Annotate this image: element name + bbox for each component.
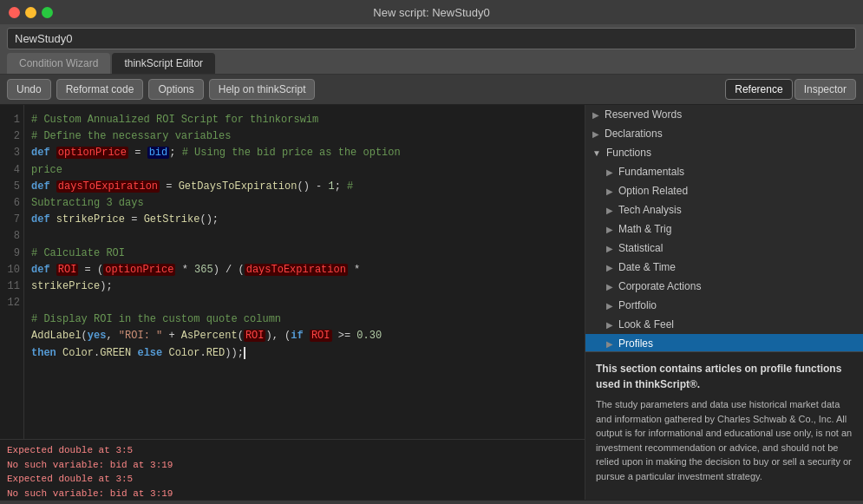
- toolbar: Undo Reformat code Options Help on think…: [0, 75, 863, 105]
- tree-item-label: Option Related: [618, 185, 688, 197]
- tree-item-label: Tech Analysis: [618, 204, 682, 216]
- editor-area: 1 2 3 4 5 6 7 8 9 10 11 12 # Custom Annu…: [0, 105, 585, 500]
- title-bar: New script: NewStudy0: [0, 0, 863, 24]
- tab-condition-wizard[interactable]: Condition Wizard: [7, 53, 110, 74]
- tree-item-date-time[interactable]: ▶ Date & Time: [585, 258, 863, 277]
- arrow-icon: ▶: [592, 110, 599, 120]
- info-body: The study parameters and data use histor…: [596, 397, 853, 483]
- line-num: 5: [7, 179, 20, 195]
- more-details-link[interactable]: More Details...: [596, 500, 657, 501]
- info-panel: This section contains articles on profil…: [585, 352, 863, 500]
- window-title: New script: NewStudy0: [373, 6, 489, 19]
- arrow-icon: ▼: [592, 148, 601, 158]
- tree-item-corporate-actions[interactable]: ▶ Corporate Actions: [585, 277, 863, 296]
- arrow-icon: ▶: [606, 167, 613, 177]
- arrow-icon: ▶: [606, 244, 613, 253]
- line-num: 3: [7, 145, 20, 161]
- log-panel: Expected double at 3:5 No such variable:…: [0, 439, 585, 500]
- main-content: 1 2 3 4 5 6 7 8 9 10 11 12 # Custom Annu…: [0, 105, 863, 500]
- inspector-tab[interactable]: Inspector: [794, 79, 856, 100]
- arrow-icon: ▶: [606, 263, 613, 272]
- code-editor[interactable]: # Custom Annualized ROI Script for think…: [24, 105, 585, 439]
- arrow-icon: ▶: [606, 339, 613, 349]
- code-container: 1 2 3 4 5 6 7 8 9 10 11 12 # Custom Annu…: [0, 105, 585, 439]
- tree-item-tech-analysis[interactable]: ▶ Tech Analysis: [585, 200, 863, 219]
- tree-item-option-related[interactable]: ▶ Option Related: [585, 181, 863, 200]
- reformat-button[interactable]: Reformat code: [56, 79, 144, 100]
- window-controls: [9, 7, 53, 18]
- script-name-bar: [0, 24, 863, 53]
- tree-item-label: Functions: [606, 147, 651, 159]
- tree-item-math-trig[interactable]: ▶ Math & Trig: [585, 219, 863, 239]
- arrow-icon: ▶: [606, 301, 613, 311]
- script-name-input[interactable]: [7, 28, 856, 49]
- arrow-icon: ▶: [606, 187, 613, 196]
- tree-item-fundamentals[interactable]: ▶ Fundamentals: [585, 162, 863, 181]
- tab-thinkscript-editor[interactable]: thinkScript Editor: [112, 53, 215, 74]
- line-num: 11: [7, 278, 20, 295]
- tree-item-label: Declarations: [605, 128, 663, 140]
- tree-item-label: Math & Trig: [618, 223, 671, 235]
- bottom-bar: Cancel OK: [0, 500, 863, 504]
- line-num: 1: [7, 112, 20, 128]
- tree-item-functions[interactable]: ▼ Functions: [585, 143, 863, 162]
- tree-item-label: Reserved Words: [605, 108, 682, 121]
- tabs-bar: Condition Wizard thinkScript Editor: [0, 53, 863, 75]
- tree-item-label: Profiles: [618, 337, 653, 350]
- line-num: 10: [7, 262, 20, 278]
- tree-item-portfolio[interactable]: ▶ Portfolio: [585, 296, 863, 315]
- ref-inspector-tabs: Reference Inspector: [725, 79, 856, 100]
- reference-tab[interactable]: Reference: [725, 79, 792, 100]
- tree-item-label: Fundamentals: [618, 166, 684, 178]
- line-num: 9: [7, 245, 20, 262]
- tree-item-label: Corporate Actions: [618, 280, 701, 292]
- tree-item-statistical[interactable]: ▶ Statistical: [585, 239, 863, 258]
- tree-item-profiles[interactable]: ▶ Profiles: [585, 334, 863, 352]
- log-line: No such variable: bid at 3:19: [7, 487, 578, 501]
- arrow-icon: ▶: [606, 225, 613, 234]
- right-panel: ▶ Reserved Words ▶ Declarations ▼ Functi…: [585, 105, 863, 500]
- line-num: 12: [7, 295, 20, 311]
- line-num: 2: [7, 128, 20, 145]
- log-line: Expected double at 3:5: [7, 472, 578, 487]
- minimize-button[interactable]: [25, 7, 36, 18]
- log-line: Expected double at 3:5: [7, 443, 578, 458]
- tree-item-label: Statistical: [618, 242, 663, 254]
- tree-item-label: Date & Time: [618, 261, 676, 273]
- arrow-icon: ▶: [606, 282, 613, 291]
- line-num: 7: [7, 212, 20, 228]
- arrow-icon: ▶: [592, 129, 599, 139]
- undo-button[interactable]: Undo: [7, 79, 51, 100]
- arrow-icon: ▶: [606, 320, 613, 330]
- help-button[interactable]: Help on thinkScript: [209, 79, 316, 100]
- tree-item-label: Portfolio: [618, 299, 657, 311]
- arrow-icon: ▶: [606, 206, 613, 215]
- tree-item-reserved-words[interactable]: ▶ Reserved Words: [585, 105, 863, 124]
- tree-item-label: Look & Feel: [618, 318, 674, 331]
- line-numbers: 1 2 3 4 5 6 7 8 9 10 11 12: [0, 105, 24, 439]
- info-title: This section contains articles on profil…: [596, 361, 853, 392]
- line-num: 4: [7, 162, 20, 179]
- options-button[interactable]: Options: [148, 79, 203, 100]
- maximize-button[interactable]: [42, 7, 53, 18]
- log-line: No such variable: bid at 3:19: [7, 458, 578, 473]
- reference-tree: ▶ Reserved Words ▶ Declarations ▼ Functi…: [585, 105, 863, 352]
- tree-item-look-feel[interactable]: ▶ Look & Feel: [585, 315, 863, 334]
- line-num: 6: [7, 195, 20, 212]
- line-num: 8: [7, 228, 20, 245]
- tree-item-declarations[interactable]: ▶ Declarations: [585, 124, 863, 143]
- close-button[interactable]: [9, 7, 20, 18]
